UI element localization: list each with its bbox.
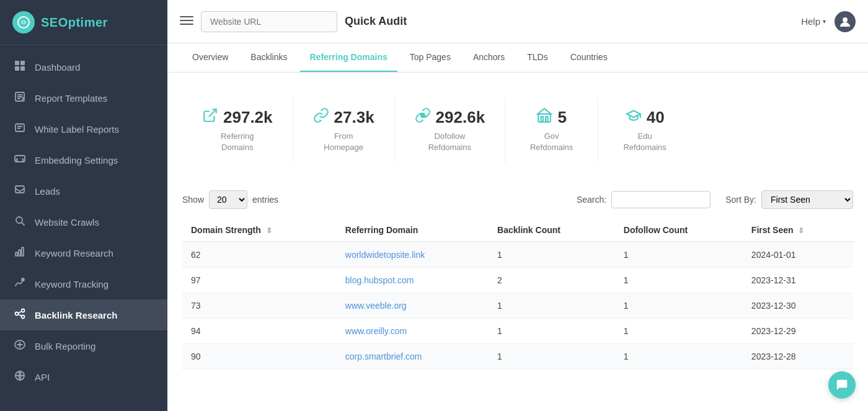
sidebar-item-report-templates[interactable]: Report Templates	[0, 82, 167, 113]
svg-point-17	[22, 316, 25, 319]
brand-logo[interactable]: SEOptimer	[0, 0, 167, 45]
sidebar-item-label: API	[35, 372, 50, 382]
url-input[interactable]	[201, 11, 337, 32]
sidebar-item-white-label[interactable]: White Label Reports	[0, 113, 167, 144]
cell-strength: 73	[182, 293, 337, 319]
edu-icon	[626, 107, 642, 127]
search-input[interactable]	[611, 191, 711, 208]
stats-row: 297.2k ReferringDomains 27.3k FromHomepa…	[182, 87, 853, 173]
dofollow-label: DofollowRefdomains	[428, 131, 471, 153]
domain-link[interactable]: worldwidetopsite.link	[345, 250, 425, 260]
referring-domains-label: ReferringDomains	[221, 131, 254, 153]
help-button[interactable]: Help ▾	[801, 16, 826, 27]
tab-anchors[interactable]: Anchors	[463, 43, 515, 72]
svg-rect-21	[541, 117, 543, 122]
menu-icon[interactable]	[180, 14, 193, 29]
cell-domain[interactable]: blog.hubspot.com	[337, 268, 489, 293]
svg-point-15	[22, 309, 25, 312]
stat-dofollow: 292.6k DofollowRefdomains	[395, 97, 506, 163]
topbar-right: Help ▾	[801, 11, 856, 32]
sidebar-item-keyword-research[interactable]: Keyword Research	[0, 237, 167, 268]
show-label: Show	[182, 195, 204, 205]
referring-domains-table: Domain Strength ⇕ Referring Domain Backl…	[182, 219, 853, 369]
sidebar-item-label: Keyword Research	[35, 248, 113, 259]
cell-strength: 97	[182, 268, 337, 293]
svg-line-19	[209, 109, 216, 117]
cell-dofollow: 1	[615, 319, 743, 344]
gov-icon	[536, 107, 552, 127]
tab-overview[interactable]: Overview	[182, 43, 238, 72]
edu-value: 40	[647, 108, 665, 127]
cell-strength: 94	[182, 319, 337, 344]
sidebar-item-bulk-reporting[interactable]: Bulk Reporting	[0, 330, 167, 361]
keyword-research-icon	[14, 246, 26, 260]
col-header-first-seen[interactable]: First Seen ⇕	[743, 219, 853, 242]
cell-dofollow: 1	[615, 344, 743, 369]
embedding-icon	[14, 153, 26, 167]
cell-dofollow: 1	[615, 242, 743, 268]
tab-backlinks[interactable]: Backlinks	[241, 43, 297, 72]
chat-button[interactable]	[828, 371, 856, 399]
brand-name: SEOptimer	[41, 15, 108, 30]
sort-label: Sort By:	[725, 195, 756, 205]
sidebar-item-dashboard[interactable]: Dashboard	[0, 51, 167, 82]
keyword-tracking-icon	[14, 277, 26, 291]
cell-first-seen: 2023-12-31	[743, 268, 853, 293]
white-label-icon	[14, 122, 26, 136]
sidebar-item-label: Leads	[35, 186, 60, 197]
sidebar-item-label: Keyword Tracking	[35, 279, 108, 289]
cell-backlinks: 1	[489, 242, 615, 268]
svg-rect-2	[15, 61, 19, 65]
cell-first-seen: 2024-01-01	[743, 242, 853, 268]
domain-link[interactable]: blog.hubspot.com	[345, 275, 414, 285]
svg-rect-5	[20, 66, 25, 71]
table-row: 73 www.veeble.org 1 1 2023-12-30	[182, 293, 853, 319]
sidebar-item-backlink-research[interactable]: Backlink Research	[0, 299, 167, 330]
cell-dofollow: 1	[615, 293, 743, 319]
domain-link[interactable]: corp.smartbrief.com	[345, 351, 422, 361]
stat-edu: 40 EduRefdomains	[598, 97, 691, 163]
website-crawls-icon	[14, 215, 26, 229]
cell-first-seen: 2023-12-28	[743, 344, 853, 369]
svg-rect-7	[16, 124, 24, 131]
entries-select[interactable]: 10 20 50 100	[209, 190, 247, 209]
referring-domains-value: 297.2k	[223, 108, 273, 127]
bulk-reporting-icon	[14, 339, 26, 353]
sidebar-item-label: Bulk Reporting	[35, 341, 95, 351]
sidebar-item-keyword-tracking[interactable]: Keyword Tracking	[0, 268, 167, 299]
cell-domain[interactable]: worldwidetopsite.link	[337, 242, 489, 268]
sort-arrow-first-seen-icon: ⇕	[798, 226, 804, 235]
domain-link[interactable]: www.oreilly.com	[345, 326, 407, 336]
cell-backlinks: 2	[489, 268, 615, 293]
edu-label: EduRefdomains	[623, 131, 666, 153]
stat-gov: 5 GovRefdomains	[505, 97, 598, 163]
tab-referring-domains[interactable]: Referring Domains	[300, 43, 397, 72]
sidebar-item-embedding[interactable]: Embedding Settings	[0, 144, 167, 175]
tab-top-pages[interactable]: Top Pages	[400, 43, 461, 72]
tab-tlds[interactable]: TLDs	[517, 43, 557, 72]
col-header-domain-strength[interactable]: Domain Strength ⇕	[182, 219, 337, 242]
stat-referring-domains: 297.2k ReferringDomains	[182, 97, 293, 163]
cell-first-seen: 2023-12-30	[743, 293, 853, 319]
sidebar-item-label: Dashboard	[35, 62, 80, 73]
cell-domain[interactable]: corp.smartbrief.com	[337, 344, 489, 369]
sidebar-item-leads[interactable]: Leads	[0, 175, 167, 206]
col-header-backlink-count: Backlink Count	[489, 219, 615, 242]
sidebar-item-label: White Label Reports	[35, 124, 119, 135]
tab-countries[interactable]: Countries	[560, 43, 618, 72]
sort-select[interactable]: First Seen Domain Strength Backlink Coun…	[761, 190, 853, 209]
domain-link[interactable]: www.veeble.org	[345, 301, 407, 311]
cell-first-seen: 2023-12-29	[743, 319, 853, 344]
table-row: 90 corp.smartbrief.com 1 1 2023-12-28	[182, 344, 853, 369]
gov-label: GovRefdomains	[530, 131, 573, 153]
sidebar-item-api[interactable]: API	[0, 361, 167, 392]
svg-rect-4	[15, 66, 19, 71]
sidebar-item-website-crawls[interactable]: Website Crawls	[0, 206, 167, 237]
help-label: Help	[801, 16, 820, 27]
cell-domain[interactable]: www.oreilly.com	[337, 319, 489, 344]
leads-icon	[14, 184, 26, 198]
user-avatar[interactable]	[835, 11, 856, 32]
sidebar-navigation: Dashboard Report Templates White Label	[0, 45, 167, 399]
svg-point-14	[22, 278, 24, 281]
cell-domain[interactable]: www.veeble.org	[337, 293, 489, 319]
